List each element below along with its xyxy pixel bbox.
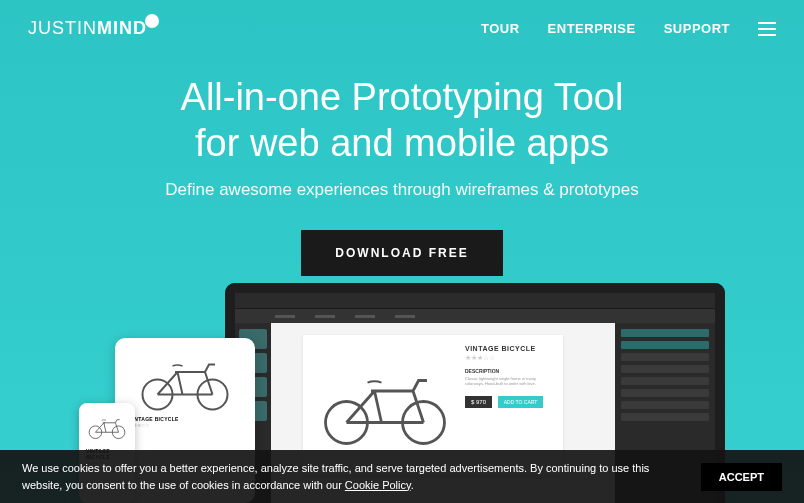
desc-label: DESCRIPTION <box>465 368 551 374</box>
nav-support[interactable]: SUPPORT <box>664 21 730 36</box>
rating-stars: ★★★☆☆ <box>465 354 551 362</box>
logo[interactable]: JUSTINMIND <box>28 18 159 39</box>
cookie-banner: We use cookies to offer you a better exp… <box>0 450 804 503</box>
logo-suffix: MIND <box>97 18 147 39</box>
menu-icon[interactable] <box>758 22 776 36</box>
app-titlebar <box>235 293 715 309</box>
site-header: JUSTINMIND TOUR ENTERPRISE SUPPORT <box>0 0 804 39</box>
cookie-text-before: We use cookies to offer you a better exp… <box>22 462 649 491</box>
cookie-policy-link[interactable]: Cookie Policy <box>345 479 411 491</box>
desc-text: Classic lightweight single frame in many… <box>465 376 551 386</box>
add-to-cart-button: ADD TO CART <box>498 396 544 408</box>
nav-enterprise[interactable]: ENTERPRISE <box>548 21 636 36</box>
cookie-text-after: . <box>411 479 414 491</box>
price-badge: $ 970 <box>465 396 492 408</box>
accept-button[interactable]: ACCEPT <box>701 463 782 491</box>
logo-dot-icon <box>145 14 159 28</box>
top-nav: TOUR ENTERPRISE SUPPORT <box>481 21 776 36</box>
cookie-text: We use cookies to offer you a better exp… <box>22 460 662 493</box>
hero-title-line2: for web and mobile apps <box>195 122 609 164</box>
product-title: VINTAGE BICYCLE <box>465 345 551 352</box>
bicycle-icon <box>315 345 455 465</box>
hero: All-in-one Prototyping Tool for web and … <box>0 75 804 276</box>
hero-title-line1: All-in-one Prototyping Tool <box>181 76 624 118</box>
hero-title: All-in-one Prototyping Tool for web and … <box>0 75 804 166</box>
logo-prefix: JUSTIN <box>28 18 97 39</box>
bicycle-icon <box>86 410 128 444</box>
app-tabbar <box>235 309 715 323</box>
download-button[interactable]: DOWNLOAD FREE <box>301 230 502 276</box>
hero-subtitle: Define awesome experiences through wiref… <box>0 180 804 200</box>
nav-tour[interactable]: TOUR <box>481 21 520 36</box>
rating-stars: ★★★☆☆ <box>129 422 241 428</box>
bicycle-icon <box>129 352 241 412</box>
